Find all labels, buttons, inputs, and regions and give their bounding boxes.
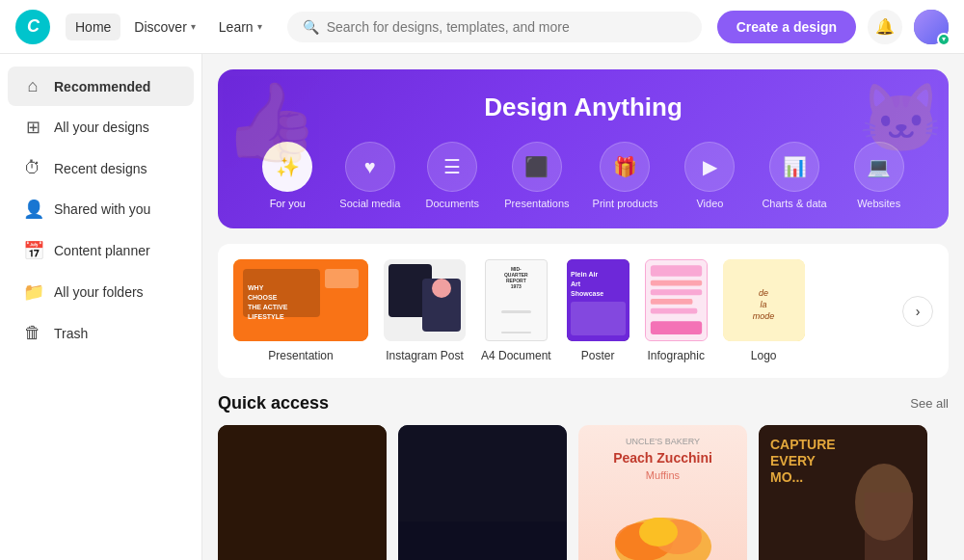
presentation-thumb: WHY CHOOSE THE ACTIVE LIFESTYLE <box>233 259 368 341</box>
trash-icon: 🗑 <box>23 323 42 343</box>
quick-access-section: Quick access See all TIME TO <box>218 393 949 560</box>
svg-text:Art: Art <box>571 280 581 287</box>
quick-card-capture[interactable]: CAPTURE EVERY MO... <box>759 425 927 560</box>
hero-cat-charts[interactable]: 📊 Charts & data <box>762 142 826 209</box>
main-content: 👍 🐱 Design Anything ✨ For you ♥ Social m… <box>202 54 964 560</box>
svg-rect-22 <box>651 321 702 334</box>
svg-rect-19 <box>651 289 702 295</box>
svg-rect-28 <box>218 425 387 560</box>
instagram-thumb <box>384 259 466 341</box>
nav-right: Create a design 🔔 ▾ <box>717 10 949 44</box>
hero-cat-presentations[interactable]: ⬛ Presentations <box>504 142 569 209</box>
sidebar-item-shared[interactable]: 👤 Shared with you <box>8 189 194 229</box>
presentations-icon: ⬛ <box>512 142 562 192</box>
hero-title: Design Anything <box>249 93 918 122</box>
sidebar-item-planner[interactable]: 📅 Content planner <box>8 230 194 271</box>
topnav: C Home Discover ▾ Learn ▾ 🔍 Create a des… <box>0 0 964 54</box>
hero-cat-social[interactable]: ♥ Social media <box>339 142 400 209</box>
hero-deco-right: 🐱 <box>843 79 949 195</box>
card-capture-bg: CAPTURE EVERY MO... <box>759 425 927 560</box>
hero-categories: ✨ For you ♥ Social media ☰ Documents ⬛ P… <box>249 142 918 209</box>
search-bar[interactable]: 🔍 <box>287 12 702 42</box>
svg-text:la: la <box>760 300 766 309</box>
svg-rect-38 <box>865 493 913 560</box>
calendar-icon: 📅 <box>23 240 42 261</box>
sidebar-item-recent[interactable]: ⏱ Recent designs <box>8 148 194 188</box>
quick-card-stockholm[interactable]: GET LOST IN STOCKHOLM <box>398 425 567 560</box>
home-icon: ⌂ <box>23 76 42 96</box>
svg-point-10 <box>432 279 451 298</box>
template-poster[interactable]: Plein Air Art Showcase Poster <box>567 259 629 362</box>
template-presentation[interactable]: WHY CHOOSE THE ACTIVE LIFESTYLE Presenta… <box>233 259 368 362</box>
search-input[interactable] <box>327 19 686 35</box>
quick-card-peach[interactable]: UNCLE'S BAKERY Peach Zucchini Muffins wa… <box>578 425 747 560</box>
nav-home[interactable]: Home <box>66 13 120 40</box>
quick-access-grid: TIME TO GET LOST GET LOST IN <box>218 425 949 560</box>
nav-discover[interactable]: Discover ▾ <box>124 13 204 40</box>
canva-logo[interactable]: C <box>15 10 50 44</box>
sidebar: ⌂ Recommended ⊞ All your designs ⏱ Recen… <box>0 54 202 560</box>
quick-card-time-lost[interactable]: TIME TO GET LOST <box>218 425 387 560</box>
svg-rect-2 <box>325 269 359 288</box>
share-icon: 👤 <box>23 199 42 220</box>
svg-rect-21 <box>651 308 697 314</box>
grid-icon: ⊞ <box>23 117 42 138</box>
svg-point-34 <box>639 518 678 547</box>
sidebar-item-all-designs[interactable]: ⊞ All your designs <box>8 107 194 147</box>
card-peach-brand: UNCLE'S BAKERY <box>626 437 700 446</box>
svg-rect-20 <box>651 299 693 305</box>
see-all-button[interactable]: See all <box>910 396 949 411</box>
svg-rect-30 <box>398 521 567 560</box>
sidebar-item-recommended[interactable]: ⌂ Recommended <box>8 67 194 106</box>
card-capture-text: CAPTURE EVERY MO... <box>770 437 916 485</box>
nav-links: Home Discover ▾ Learn ▾ <box>66 13 272 40</box>
documents-icon: ☰ <box>427 142 477 192</box>
main-layout: ⌂ Recommended ⊞ All your designs ⏱ Recen… <box>0 54 964 560</box>
svg-text:THE ACTIVE: THE ACTIVE <box>248 304 288 310</box>
svg-text:mode: mode <box>752 311 774 321</box>
hero-cat-video[interactable]: ▶ Video <box>681 142 738 209</box>
template-instagram[interactable]: Instagram Post <box>384 259 466 362</box>
template-a4[interactable]: MID-QUARTERREPORT1973 A4 Document <box>481 259 551 362</box>
card-peach-subtitle: Muffins <box>646 469 680 481</box>
clock-icon: ⏱ <box>23 158 42 178</box>
hero-banner: 👍 🐱 Design Anything ✨ For you ♥ Social m… <box>218 69 949 228</box>
create-design-button[interactable]: Create a design <box>717 11 856 43</box>
infographic-thumb <box>645 259 708 341</box>
sidebar-item-folders[interactable]: 📁 All your folders <box>8 272 194 312</box>
poster-thumb: Plein Air Art Showcase <box>567 259 629 341</box>
avatar-badge: ▾ <box>937 33 951 46</box>
avatar[interactable]: ▾ <box>914 10 949 44</box>
template-infographic[interactable]: Infographic <box>645 259 708 362</box>
logo-thumb: de la mode <box>723 259 805 341</box>
svg-rect-15 <box>571 302 626 335</box>
svg-rect-18 <box>651 280 702 286</box>
svg-text:Plein Air: Plein Air <box>571 271 598 278</box>
sidebar-item-trash[interactable]: 🗑 Trash <box>8 313 194 353</box>
card-stockholm-bg: GET LOST IN STOCKHOLM <box>398 425 567 560</box>
template-strip: WHY CHOOSE THE ACTIVE LIFESTYLE Presenta… <box>218 244 949 378</box>
notifications-button[interactable]: 🔔 <box>868 10 902 44</box>
hero-cat-print[interactable]: 🎁 Print products <box>593 142 658 209</box>
hero-cat-documents[interactable]: ☰ Documents <box>423 142 481 209</box>
print-icon: 🎁 <box>600 142 650 192</box>
nav-learn[interactable]: Learn ▾ <box>209 13 272 40</box>
template-logo[interactable]: de la mode Logo <box>723 259 805 362</box>
quick-access-header: Quick access See all <box>218 393 949 413</box>
card-time-lost-bg: TIME TO GET LOST <box>218 425 387 560</box>
svg-text:Showcase: Showcase <box>571 290 603 297</box>
chevron-down-icon: ▾ <box>191 21 196 32</box>
svg-text:de: de <box>759 288 768 298</box>
charts-icon: 📊 <box>769 142 819 192</box>
hero-deco-left: 👍 <box>218 77 343 222</box>
chevron-down-icon: ▾ <box>257 21 262 32</box>
social-icon: ♥ <box>345 142 395 192</box>
quick-access-title: Quick access <box>218 393 329 413</box>
folder-icon: 📁 <box>23 281 42 303</box>
templates-next-button[interactable]: › <box>902 296 933 327</box>
svg-text:LIFESTYLE: LIFESTYLE <box>248 313 284 320</box>
video-icon: ▶ <box>684 142 735 192</box>
card-peach-bg: UNCLE'S BAKERY Peach Zucchini Muffins wa… <box>578 425 747 560</box>
svg-text:WHY: WHY <box>248 284 264 291</box>
search-icon: 🔍 <box>303 19 319 35</box>
